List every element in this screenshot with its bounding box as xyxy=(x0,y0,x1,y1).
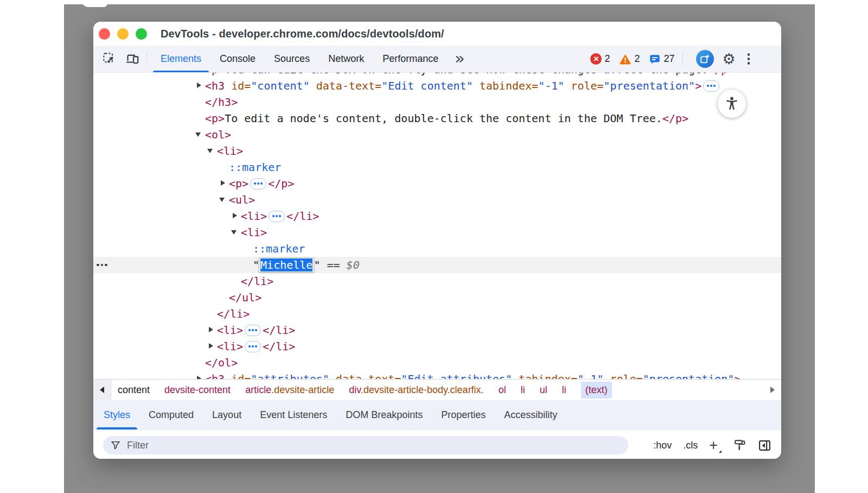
breadcrumb-scroll-left-button[interactable] xyxy=(93,380,111,400)
expand-arrow-icon[interactable] xyxy=(208,338,217,355)
code-segment: <li> xyxy=(241,210,267,223)
tab-performance[interactable]: Performance xyxy=(373,46,448,72)
dom-tree-row[interactable]: <h3 id="content" data-text="Edit content… xyxy=(93,78,781,94)
tab-console[interactable]: Console xyxy=(210,46,265,72)
breadcrumb-part: (text) xyxy=(585,384,608,395)
ellipsis-expand-icon[interactable] xyxy=(269,211,285,222)
breadcrumb-item[interactable]: (text) xyxy=(581,382,612,399)
dom-tree-row[interactable]: </ul> xyxy=(93,289,781,306)
tab-properties[interactable]: Properties xyxy=(432,400,495,429)
tab-styles[interactable]: Styles xyxy=(94,400,139,429)
dom-tree-row[interactable]: <p>To edit a node's content, double-clic… xyxy=(93,110,781,127)
arrow-spacer xyxy=(220,159,229,175)
code-segment: </li> xyxy=(217,307,250,320)
dom-tree-row[interactable]: </ol> xyxy=(93,355,781,371)
dom-tree-row[interactable]: </li> xyxy=(93,306,781,322)
expand-arrow-icon[interactable] xyxy=(232,208,241,224)
tab-layout[interactable]: Layout xyxy=(203,400,251,429)
arrow-spacer xyxy=(196,94,205,110)
inspect-icon[interactable] xyxy=(100,49,119,69)
code-segment: <p> xyxy=(205,73,225,76)
collapse-arrow-icon[interactable] xyxy=(220,192,229,208)
close-button[interactable] xyxy=(99,28,110,40)
dom-tree-row[interactable]: ::marker xyxy=(93,159,781,175)
rendering-brush-icon[interactable] xyxy=(733,439,746,452)
warnings-badge[interactable]: 2 xyxy=(619,53,640,65)
issues-badge[interactable]: 27 xyxy=(649,53,674,65)
breadcrumb-item[interactable]: div.devsite-article-body.clearfix. xyxy=(349,384,483,396)
tab-elements[interactable]: Elements xyxy=(151,46,210,72)
dom-tree-row[interactable]: ::marker xyxy=(93,241,781,257)
collapse-arrow-icon[interactable] xyxy=(196,127,205,143)
breadcrumb-item[interactable]: content xyxy=(118,384,150,396)
expand-arrow-icon[interactable] xyxy=(208,322,217,338)
element-classes-button[interactable]: .cls xyxy=(683,440,698,451)
window-title: DevTools - developer.chrome.com/docs/dev… xyxy=(161,28,444,40)
kebab-menu-icon[interactable] xyxy=(744,53,754,65)
settings-gear-icon[interactable]: ⚙ xyxy=(719,49,739,69)
breadcrumb-item[interactable]: ul xyxy=(540,384,547,396)
ellipsis-expand-icon[interactable] xyxy=(245,325,261,336)
code-segment: </ol> xyxy=(205,356,238,369)
accessibility-overlay-button[interactable] xyxy=(718,90,746,118)
expand-arrow-icon[interactable] xyxy=(220,175,229,192)
tab-event-listeners[interactable]: Event Listeners xyxy=(251,400,336,429)
breadcrumb-item[interactable]: li xyxy=(521,384,525,396)
screenshot-stage: DevTools - developer.chrome.com/docs/dev… xyxy=(0,0,868,493)
toggle-element-state-button[interactable]: :hov xyxy=(653,440,672,451)
error-count: 2 xyxy=(604,53,610,65)
code-segment: " xyxy=(314,258,320,271)
filter-bar-buttons: :hov .cls + xyxy=(653,438,771,453)
ellipsis-expand-icon[interactable] xyxy=(703,80,719,92)
breadcrumb-item[interactable]: article.devsite-article xyxy=(245,384,334,396)
zoom-button[interactable] xyxy=(136,28,147,40)
more-tabs-button[interactable] xyxy=(448,53,471,66)
chevron-double-right-icon xyxy=(453,53,466,66)
text-edit-box[interactable]: Michelle xyxy=(259,258,314,272)
breadcrumb-item[interactable]: ol xyxy=(499,384,506,396)
errors-badge[interactable]: ✕ 2 xyxy=(590,53,610,65)
breadcrumb-part: ul xyxy=(540,384,547,395)
expand-arrow-icon[interactable] xyxy=(196,78,205,94)
breadcrumb-item[interactable]: li xyxy=(562,384,566,396)
filter-field[interactable] xyxy=(103,436,628,454)
ai-assistant-icon[interactable] xyxy=(696,50,714,68)
minimize-button[interactable] xyxy=(117,28,129,40)
arrow-spacer xyxy=(196,73,205,78)
dom-tree-row[interactable]: <li></li> xyxy=(93,322,781,338)
breadcrumb-item[interactable]: devsite-content xyxy=(164,384,231,396)
more-actions-icon[interactable] xyxy=(97,257,107,273)
code-segment: "-1" xyxy=(577,372,603,379)
tab-dom-breakpoints[interactable]: DOM Breakpoints xyxy=(336,400,432,429)
dom-tree-row[interactable]: </li> xyxy=(93,273,781,289)
tab-sources[interactable]: Sources xyxy=(265,46,319,72)
breadcrumb-scroll-right-button[interactable] xyxy=(764,380,781,400)
dom-tree-row[interactable]: "Michelle" == $0 xyxy=(93,257,781,273)
dom-tree-row[interactable]: <ol> xyxy=(93,127,781,143)
collapse-arrow-icon[interactable] xyxy=(208,143,217,159)
ellipsis-expand-icon[interactable] xyxy=(250,178,266,189)
code-segment: > xyxy=(695,79,701,92)
collapse-arrow-icon[interactable] xyxy=(232,224,241,241)
dom-tree-row[interactable]: </h3> xyxy=(93,94,781,110)
new-style-rule-plus-icon[interactable]: + xyxy=(709,438,722,453)
dom-tree-row[interactable]: <p></p> xyxy=(93,175,781,192)
dom-tree-row[interactable]: <p>You can edit the DOM on the fly and s… xyxy=(93,73,781,78)
device-toolbar-icon[interactable] xyxy=(123,49,142,69)
tab-computed[interactable]: Computed xyxy=(139,400,203,429)
dom-tree-row[interactable]: <li></li> xyxy=(93,208,781,224)
dock-side-icon[interactable] xyxy=(758,439,771,452)
tab-network[interactable]: Network xyxy=(319,46,373,72)
filter-input[interactable] xyxy=(126,439,621,452)
dom-tree-row[interactable]: <li> xyxy=(93,143,781,159)
dom-tree-row[interactable]: <li> xyxy=(93,224,781,241)
expand-arrow-icon[interactable] xyxy=(196,371,205,379)
dom-tree-row[interactable]: <li></li> xyxy=(93,338,781,355)
code-segment: <li> xyxy=(217,324,243,337)
tab-accessibility[interactable]: Accessibility xyxy=(495,400,566,429)
dom-tree-row[interactable]: <h3 id="attributes" data-text="Edit attr… xyxy=(93,371,781,379)
dom-tree-row[interactable]: <ul> xyxy=(93,192,781,208)
code-segment: <li> xyxy=(217,144,243,157)
toolbar-divider xyxy=(682,52,683,66)
ellipsis-expand-icon[interactable] xyxy=(245,341,261,352)
